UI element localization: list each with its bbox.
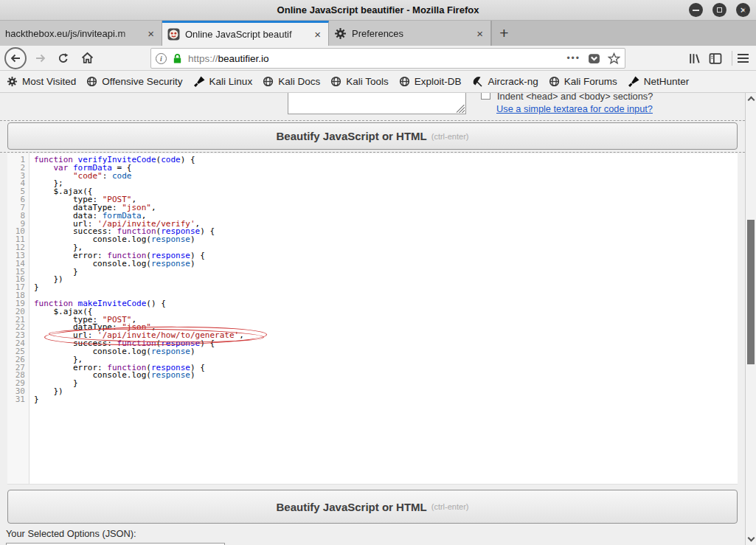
beautify-button-hint: (ctrl-enter) [431, 502, 469, 511]
code-line: }; [34, 180, 738, 188]
bookmark-kali-docs[interactable]: Kali Docs [263, 76, 320, 87]
window-controls: × [689, 3, 750, 17]
url-bar[interactable]: i https://beautifier.io ••• [150, 48, 625, 69]
code-line: }) [34, 276, 738, 284]
tab-online-javascript-beautif[interactable]: Online JavaScript beautif× [162, 21, 329, 46]
reload-button[interactable] [54, 52, 73, 64]
bookmark-exploit-db[interactable]: Exploit-DB [399, 76, 462, 87]
bookmark-offensive-security[interactable]: Offensive Security [86, 76, 182, 87]
globe-icon [330, 76, 341, 87]
code-editor[interactable]: 1234567891011121314151617181920212223242… [7, 153, 738, 485]
lock-icon[interactable] [172, 53, 183, 64]
page-viewport: Indent <head> and <body> sections? Use a… [0, 93, 756, 545]
page-actions-icon[interactable]: ••• [566, 53, 580, 63]
indent-sections-checkbox[interactable] [481, 93, 490, 100]
beautify-button-hint: (ctrl-enter) [431, 132, 469, 141]
page-content: Indent <head> and <body> sections? Use a… [0, 93, 745, 545]
code-line: } [34, 268, 738, 277]
back-button[interactable] [4, 47, 27, 69]
tab-strip: hackthebox.eu/js/inviteapi.m×Online Java… [0, 21, 756, 46]
sidebar-button[interactable] [704, 53, 726, 64]
globe-icon [86, 76, 97, 87]
bookmark-nethunter[interactable]: NetHunter [628, 76, 690, 88]
code-line: function verifyInviteCode(code) { [34, 156, 738, 164]
pocket-icon[interactable] [588, 52, 600, 65]
tab-hackthebox-eu-js-inviteapi-m[interactable]: hackthebox.eu/js/inviteapi.m× [0, 21, 162, 46]
code-line: console.log(response) [34, 260, 738, 268]
resize-grip[interactable] [457, 105, 465, 113]
tab-close-icon[interactable]: × [474, 27, 485, 40]
divider [0, 152, 745, 153]
forward-button[interactable] [31, 52, 50, 64]
code-line: } [34, 396, 738, 404]
navigation-toolbar: i https://beautifier.io ••• [0, 46, 756, 71]
code-line: var formData = { [34, 164, 738, 173]
bookmark-aircrack-ng[interactable]: Aircrack-ng [472, 76, 538, 88]
scroll-down-icon[interactable] [748, 535, 755, 542]
dagger-icon [193, 76, 205, 88]
beautify-button-bottom[interactable]: Beautify JavaScript or HTML (ctrl-enter) [7, 490, 738, 524]
code-line: console.log(response) [34, 372, 738, 380]
scroll-up-icon[interactable] [748, 97, 755, 104]
code-line: function makeInviteCode() { [34, 300, 738, 308]
bookmark-label: Kali Linux [209, 76, 253, 87]
bookmark-kali-tools[interactable]: Kali Tools [330, 76, 389, 87]
bookmarks-toolbar: Most VisitedOffensive SecurityKali Linux… [0, 71, 756, 93]
tab-close-icon[interactable]: × [312, 28, 323, 41]
gear-icon [7, 76, 18, 87]
bookmark-label: Kali Docs [278, 76, 320, 87]
code-line: } [34, 380, 738, 388]
code-line: console.log(response) [34, 348, 738, 356]
bookmark-label: Kali Tools [346, 76, 389, 87]
tab-preferences[interactable]: Preferences× [329, 21, 491, 46]
beautify-button-label: Beautify JavaScript or HTML [277, 501, 427, 513]
code-line: $.ajax({ [34, 308, 738, 316]
tab-close-icon[interactable]: × [145, 27, 156, 40]
tab-title: hackthebox.eu/js/inviteapi.m [5, 28, 145, 39]
beautify-button-top[interactable]: Beautify JavaScript or HTML (ctrl-enter) [7, 122, 738, 150]
bookmark-label: Kali Forums [564, 76, 617, 87]
bookmark-label: Exploit-DB [415, 76, 462, 87]
tab-title: Preferences [352, 28, 474, 39]
dagger-icon [628, 76, 639, 88]
site-info-icon[interactable]: i [156, 53, 167, 64]
dish-icon [472, 76, 484, 88]
new-tab-button[interactable]: + [491, 21, 516, 46]
beautify-button-label: Beautify JavaScript or HTML [277, 130, 427, 142]
code-input-textarea[interactable] [288, 93, 466, 114]
globe-icon [263, 76, 274, 87]
page-scrollbar[interactable] [745, 93, 756, 545]
bookmark-kali-forums[interactable]: Kali Forums [549, 76, 617, 87]
home-button[interactable] [77, 52, 97, 64]
menu-button[interactable] [738, 54, 749, 63]
tabs-container: hackthebox.eu/js/inviteapi.m×Online Java… [0, 21, 491, 46]
beautifier-favicon [167, 28, 180, 41]
scrollbar-thumb[interactable] [747, 220, 755, 364]
home-icon [81, 52, 94, 64]
window-titlebar[interactable]: Online JavaScript beautifier - Mozilla F… [0, 0, 756, 21]
globe-icon [399, 76, 410, 87]
bookmark-kali-linux[interactable]: Kali Linux [193, 76, 253, 88]
minimize-icon[interactable] [689, 3, 703, 17]
line-number-gutter: 1234567891011121314151617181920212223242… [7, 153, 30, 484]
simple-textarea-link[interactable]: Use a simple textarea for code input? [496, 103, 653, 114]
code-line: } [34, 284, 738, 292]
bookmark-label: NetHunter [644, 76, 690, 87]
bookmark-label: Most Visited [22, 76, 76, 87]
back-arrow-icon [10, 52, 21, 64]
window-title: Online JavaScript beautifier - Mozilla F… [277, 4, 479, 15]
code-line: "code": code [34, 173, 738, 181]
url-scheme: https:// [188, 53, 218, 64]
bookmark-star-icon[interactable] [608, 52, 620, 65]
maximize-icon[interactable] [712, 3, 726, 17]
bookmark-most-visited[interactable]: Most Visited [7, 76, 76, 87]
library-button[interactable] [684, 52, 704, 65]
divider [0, 120, 745, 121]
bookmarks-overflow-icon[interactable]: » [743, 2, 750, 17]
url-host: beautifier.io [218, 53, 269, 64]
forward-arrow-icon [35, 52, 46, 64]
code-pane[interactable]: function verifyInviteCode(code) { var fo… [30, 153, 738, 484]
code-line: }) [34, 388, 738, 396]
globe-icon [549, 76, 560, 87]
library-icon [688, 52, 701, 65]
